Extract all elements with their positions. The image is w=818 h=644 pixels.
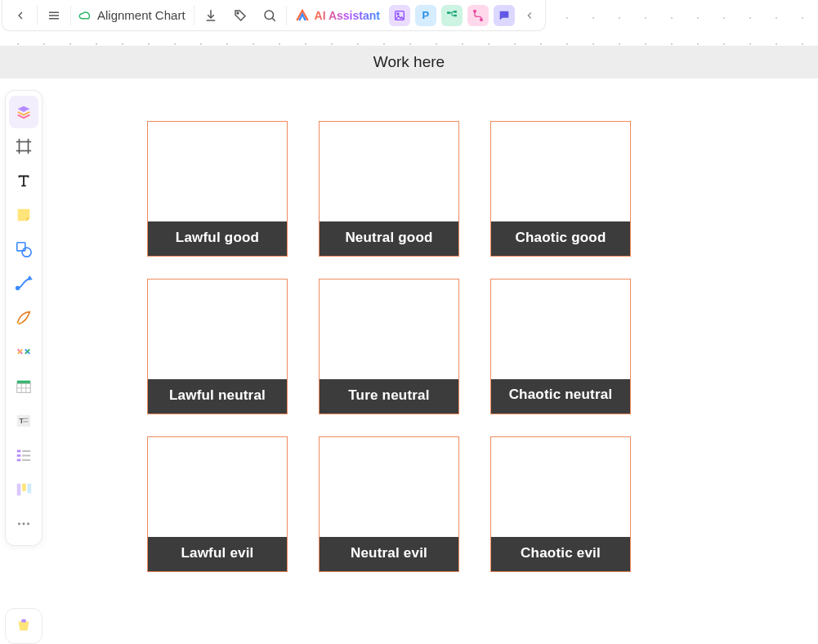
separator: [286, 6, 287, 25]
mindmap-tool-chip[interactable]: [441, 5, 463, 26]
pen-tool[interactable]: [9, 302, 38, 334]
connector-tool[interactable]: [9, 267, 38, 300]
cell-neutral-good[interactable]: Neutral good: [319, 121, 459, 257]
list-tool[interactable]: [9, 439, 38, 472]
separator: [70, 6, 71, 25]
svg-point-7: [397, 13, 399, 15]
cell-caption: Chaotic evil: [491, 537, 630, 571]
svg-rect-21: [17, 381, 31, 384]
download-button[interactable]: [196, 2, 226, 29]
cell-caption: Neutral good: [320, 221, 458, 256]
svg-rect-42: [21, 619, 26, 623]
svg-point-39: [18, 523, 20, 525]
cell-caption: Lawful good: [148, 221, 287, 256]
cell-lawful-good[interactable]: Lawful good: [147, 121, 288, 257]
cell-caption: Lawful neutral: [148, 379, 287, 414]
collapse-toolbar-button[interactable]: [517, 2, 542, 29]
svg-rect-31: [17, 454, 21, 457]
cell-image-slot: [148, 280, 287, 379]
svg-point-40: [23, 523, 25, 525]
document-title[interactable]: Alignment Chart: [73, 8, 192, 23]
left-tool-palette: T: [5, 90, 42, 546]
svg-rect-36: [17, 484, 21, 496]
svg-point-3: [237, 12, 239, 14]
svg-line-5: [272, 18, 275, 20]
tag-button[interactable]: [226, 2, 255, 29]
frame-tool[interactable]: [9, 130, 38, 163]
work-area-title: Work here: [373, 53, 445, 71]
svg-marker-20: [29, 277, 32, 280]
cell-true-neutral[interactable]: Ture neutral: [319, 279, 459, 414]
svg-point-18: [22, 248, 31, 257]
cell-image-slot: [320, 122, 458, 221]
svg-rect-38: [28, 484, 32, 494]
svg-rect-30: [17, 450, 21, 453]
cell-lawful-evil[interactable]: Lawful evil: [147, 436, 288, 572]
cell-chaotic-good[interactable]: Chaotic good: [490, 121, 631, 257]
cell-chaotic-neutral[interactable]: Chaotic neutral: [490, 279, 631, 414]
branch-tool-chip[interactable]: [467, 5, 489, 26]
svg-rect-32: [17, 459, 21, 462]
work-area: Work here Lawful good Neutral good Chaot…: [0, 46, 818, 623]
svg-point-41: [27, 523, 29, 525]
sticky-note-tool[interactable]: [9, 199, 38, 231]
ai-assistant-label: AI Assistant: [315, 9, 380, 22]
work-area-header: Work here: [0, 46, 818, 78]
cell-image-slot: [320, 280, 458, 379]
alignment-grid: Lawful good Neutral good Chaotic good La…: [147, 121, 818, 572]
ai-logo-icon: [295, 8, 310, 23]
cell-image-slot: [148, 122, 287, 221]
separator: [194, 6, 194, 25]
text-tool[interactable]: [9, 164, 38, 197]
back-button[interactable]: [6, 2, 35, 29]
svg-point-12: [481, 19, 483, 21]
cell-image-slot: [491, 280, 630, 379]
p-tool-chip[interactable]: P: [415, 5, 436, 26]
cell-image-slot: [491, 122, 630, 221]
cell-caption: Chaotic good: [491, 221, 630, 256]
table-tool[interactable]: [9, 370, 38, 403]
cell-image-slot: [491, 437, 630, 537]
more-tools[interactable]: [9, 508, 38, 540]
svg-point-11: [474, 10, 476, 12]
library-tool[interactable]: [9, 96, 38, 128]
document-title-text: Alignment Chart: [97, 8, 186, 22]
image-tool-chip[interactable]: [389, 5, 410, 26]
assistant-button[interactable]: [9, 612, 38, 640]
svg-point-19: [16, 287, 20, 290]
cell-image-slot: [320, 437, 458, 537]
ai-assistant-button[interactable]: AI Assistant: [288, 8, 387, 23]
search-button[interactable]: [255, 2, 284, 29]
cell-neutral-evil[interactable]: Neutral evil: [319, 436, 459, 572]
comment-tool-chip[interactable]: [494, 5, 515, 26]
separator: [37, 6, 38, 25]
cloud-sync-icon: [78, 8, 92, 23]
cell-caption: Lawful evil: [148, 537, 287, 571]
svg-rect-10: [454, 14, 457, 16]
kanban-tool[interactable]: [9, 473, 38, 506]
cell-caption: Chaotic neutral: [491, 379, 630, 414]
assistant-bubble: [5, 608, 42, 644]
cell-caption: Ture neutral: [320, 379, 458, 414]
cell-image-slot: [148, 437, 287, 537]
cell-lawful-neutral[interactable]: Lawful neutral: [147, 279, 288, 414]
svg-point-4: [265, 11, 274, 20]
shape-tool[interactable]: [9, 233, 38, 266]
svg-rect-37: [22, 484, 26, 491]
menu-button[interactable]: [39, 2, 69, 29]
cell-chaotic-evil[interactable]: Chaotic evil: [490, 436, 631, 572]
top-toolbar: Alignment Chart AI Assistant P: [2, 0, 546, 31]
svg-rect-8: [447, 11, 450, 14]
swap-tool[interactable]: [9, 336, 38, 369]
cell-caption: Neutral evil: [320, 537, 458, 571]
svg-rect-9: [454, 11, 457, 13]
svg-text:T: T: [20, 417, 25, 425]
text-block-tool[interactable]: T: [9, 405, 38, 437]
